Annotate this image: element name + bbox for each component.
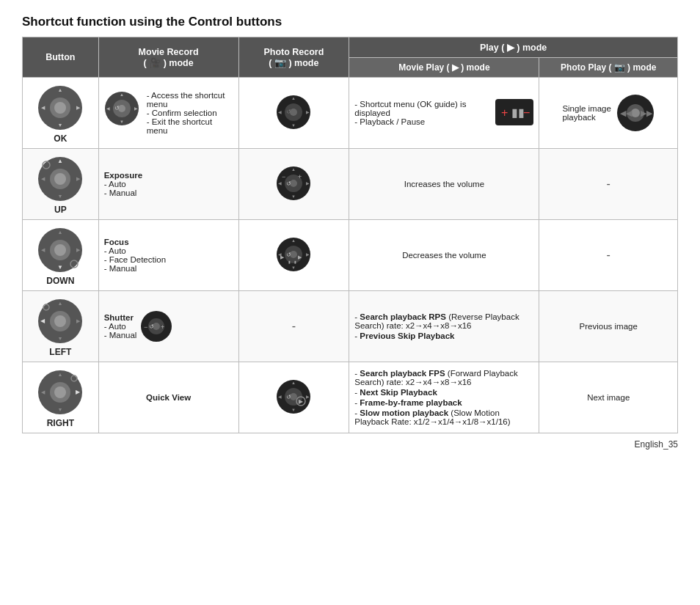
ok-movie-play-icon: + ▮▮ − [495,99,533,127]
right-movie-play-list: - Search playback FPS (Forward Playback … [354,368,533,427]
svg-text:▶: ▶ [306,252,310,257]
header-photo-play: Photo Play ( 📷 ) mode [539,58,678,78]
svg-point-2 [54,102,66,114]
ok-photo-icon: ▲ ▼ ◀ ▶ ↺ [276,95,311,130]
list-item: - Previous Skip Playback [354,331,533,341]
svg-text:▲: ▲ [291,238,296,243]
table-row: ▲ ▼ ◀ ▶ OK ▲ ▼ ◀ [23,78,678,149]
svg-text:+: + [161,323,164,331]
left-shutter-container: Shutter - Auto- Manual − ↺ + [104,310,233,342]
down-movie-play: Decreases the volume [349,220,539,291]
footer-text: English_35 [635,439,678,450]
left-movie-play: - Search playback RPS (Reverse Playback … [349,291,539,362]
table-row: ▲ ▼ ◀ ▶ UP Exposure - Auto- Manual [23,149,678,220]
svg-text:▼: ▼ [58,122,63,128]
page-footer: English_35 [22,439,678,450]
svg-text:◀: ◀ [278,395,282,399]
ok-photo-play-text: Single imageplayback [562,104,610,122]
header-movie-record: Movie Record( 🎥 ) mode [98,37,238,78]
svg-text:▼: ▼ [291,408,296,412]
svg-text:▲: ▲ [291,96,296,100]
left-movie-play-list: - Search playback RPS (Reverse Playback … [354,312,533,341]
svg-text:▼: ▼ [58,407,63,412]
svg-text:▮: ▮ [294,260,296,264]
svg-text:−: − [282,173,285,180]
ok-movie-play-text: - Shortcut menu (OK guide) is displayed … [354,100,492,126]
right-photo-icon: ▲ ▼ ◀ ▶ ↺ ▶ [276,379,311,414]
left-label: LEFT [28,347,93,357]
left-shutter-options: - Auto- Manual [104,322,137,340]
right-photo-record: ▲ ▼ ◀ ▶ ↺ ▶ [238,362,349,433]
up-photo-icon: ▲ ▼ ◀ ▶ − ↺ + [276,166,311,201]
page-title: Shortcut function using the Control butt… [22,15,678,29]
list-item: - Slow motion playback (Slow Motion Play… [354,408,533,427]
svg-text:↺: ↺ [114,105,120,111]
svg-text:▶: ▶ [306,110,310,114]
down-button-icon: ▲ ▼ ◀ ▶ [37,227,83,273]
svg-text:↺: ↺ [286,394,291,400]
svg-text:▶: ▶ [76,389,81,395]
svg-text:▼: ▼ [120,120,124,124]
ok-label: OK [28,133,93,144]
up-button-icon: ▲ ▼ ◀ ▶ [37,156,83,202]
button-ok: ▲ ▼ ◀ ▶ OK [23,78,99,149]
ok-photo-record: ▲ ▼ ◀ ▶ ↺ [238,78,349,149]
previous-image-text: Previous image [580,322,638,331]
table-row: ▲ ▼ ◀ ▶ RIGHT Quick View ▲ ▼ ◀ [23,362,678,433]
left-shutter-text: Shutter - Auto- Manual [104,313,137,340]
list-item: - Next Skip Playback [354,387,533,397]
svg-text:◀: ◀ [278,181,282,186]
svg-text:▲: ▲ [58,372,63,377]
ok-movie-record-text: ▲ ▼ ◀ ▶ ↺ - Access the shortcut menu - C… [104,91,233,135]
svg-text:+: + [298,173,302,180]
svg-text:▼: ▼ [291,194,296,199]
svg-text:▶▶: ▶▶ [641,109,653,117]
list-item: - Frame-by-frame playback [354,397,533,408]
svg-point-72 [54,315,66,327]
svg-text:▲: ▲ [120,92,124,97]
svg-text:▼: ▼ [58,336,63,341]
button-down: ▲ ▼ ◀ ▶ DOWN [23,220,99,291]
svg-text:◀: ◀ [278,110,282,114]
right-button-icon: ▲ ▼ ◀ ▶ [37,370,83,415]
svg-text:↺: ↺ [286,180,291,187]
left-photo-record: - [238,291,349,362]
up-movie-record: Exposure - Auto- Manual [98,149,238,220]
svg-text:▶: ▶ [306,395,310,399]
svg-point-86 [54,386,66,398]
header-photo-record: Photo Record( 📷 ) mode [238,37,349,78]
right-movie-record: Quick View [98,362,238,433]
button-up: ▲ ▼ ◀ ▶ UP [23,149,99,220]
button-left: ▲ ▼ ◀ ▶ LEFT [23,291,99,362]
svg-text:▲: ▲ [58,87,63,92]
up-exposure-options: - Auto- Manual [104,180,137,197]
svg-text:▼: ▼ [291,265,296,270]
svg-text:▲: ▲ [58,230,63,235]
svg-text:↺: ↺ [286,252,291,258]
left-shutter-label: Shutter [104,313,134,322]
quick-view-text: Quick View [146,393,191,402]
svg-text:▶: ▶ [299,398,304,405]
down-focus-label: Focus [104,238,129,246]
svg-text:▶: ▶ [134,106,137,111]
right-movie-play: - Search playback FPS (Forward Playback … [349,362,539,433]
svg-text:◀: ◀ [40,318,45,324]
ok-photo-play: Single imageplayback ◀◀ ▶▶ [539,78,678,149]
header-movie-play: Movie Play ( ▶ ) mode [349,58,539,78]
list-item: - Search playback FPS (Forward Playback … [354,368,533,387]
decreases-volume-text: Decreases the volume [402,251,486,260]
svg-text:▲: ▲ [291,167,296,172]
up-movie-play: Increases the volume [349,149,539,220]
down-photo-icon: ▲ ▼ ◀ ▶ ▶ ↺ ▶ ▮ ▮ [276,237,311,272]
table-row: ▲ ▼ ◀ ▶ DOWN Focus - Auto- Face Detectio… [23,220,678,291]
table-row: ▲ ▼ ◀ ▶ LEFT Shutter - Auto- Manual [23,291,678,362]
svg-point-52 [54,244,66,256]
svg-text:↺: ↺ [286,109,291,115]
svg-text:▼: ▼ [291,123,296,128]
up-label: UP [28,205,93,215]
down-movie-record: Focus - Auto- Face Detection- Manual [98,220,238,291]
up-exposure-label: Exposure [104,171,142,180]
svg-text:◀: ◀ [106,106,109,111]
up-photo-play: - [539,149,678,220]
right-photo-play: Next image [539,362,678,433]
